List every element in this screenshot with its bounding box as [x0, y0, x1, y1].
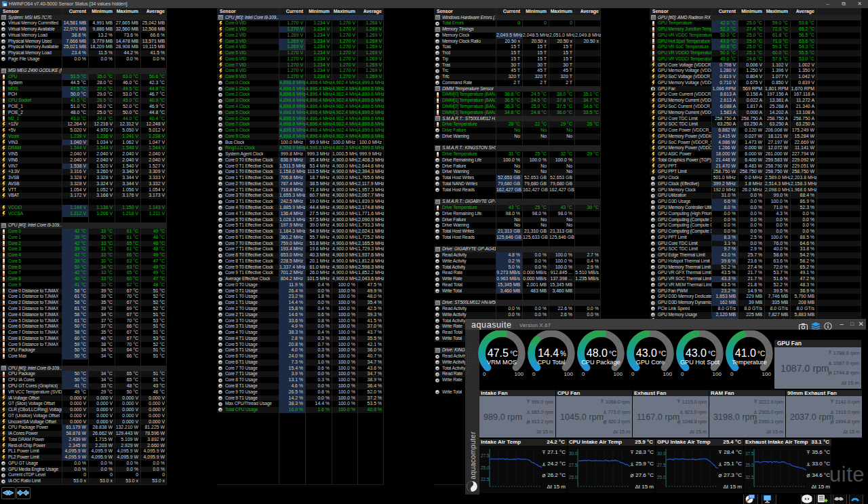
svg-text:30.0: 30.0 [657, 451, 666, 456]
svg-text:100: 100 [762, 371, 772, 377]
svg-text:0: 0 [532, 371, 536, 377]
svg-text:25.0: 25.0 [481, 465, 490, 470]
svg-text:GPU Core: GPU Core [636, 359, 665, 366]
svg-text:41.0°C: 41.0°C [735, 347, 765, 359]
svg-text:27.5: 27.5 [481, 453, 490, 458]
svg-text:100: 100 [515, 371, 524, 377]
svg-text:43.0°C: 43.0°C [686, 347, 715, 359]
svg-text:22.5: 22.5 [481, 477, 490, 482]
svg-text:0: 0 [582, 371, 585, 377]
svg-text:14.4%: 14.4% [538, 347, 566, 359]
svg-text:32.5: 32.5 [745, 475, 754, 480]
svg-text:GPU Hot Spot: GPU Hot Spot [680, 359, 720, 366]
svg-text:48.0°C: 48.0°C [587, 347, 616, 359]
svg-text:0: 0 [483, 371, 486, 377]
svg-text:43.0°C: 43.0°C [636, 347, 666, 359]
svg-text:35.0: 35.0 [745, 463, 754, 467]
svg-text:CPU Total: CPU Total [537, 359, 565, 366]
svg-text:27.5: 27.5 [657, 463, 666, 467]
svg-text:VRM MOS: VRM MOS [487, 359, 517, 366]
svg-text:0: 0 [631, 371, 635, 377]
svg-text:100: 100 [614, 371, 623, 377]
svg-text:37.5: 37.5 [745, 451, 754, 456]
svg-text:25.0: 25.0 [657, 475, 666, 480]
svg-text:47.5°C: 47.5°C [488, 347, 517, 359]
svg-text:100: 100 [713, 371, 722, 377]
svg-text:0: 0 [730, 371, 734, 377]
svg-text:27.5: 27.5 [569, 463, 578, 467]
svg-text:100: 100 [663, 371, 673, 377]
svg-text:100: 100 [564, 371, 574, 377]
svg-text:CPU Package: CPU Package [581, 359, 620, 366]
svg-text:25.0: 25.0 [569, 475, 578, 480]
svg-text:30.0: 30.0 [569, 451, 578, 456]
svg-text:Temperature: Temperature [732, 359, 767, 366]
svg-text:0: 0 [681, 371, 684, 377]
